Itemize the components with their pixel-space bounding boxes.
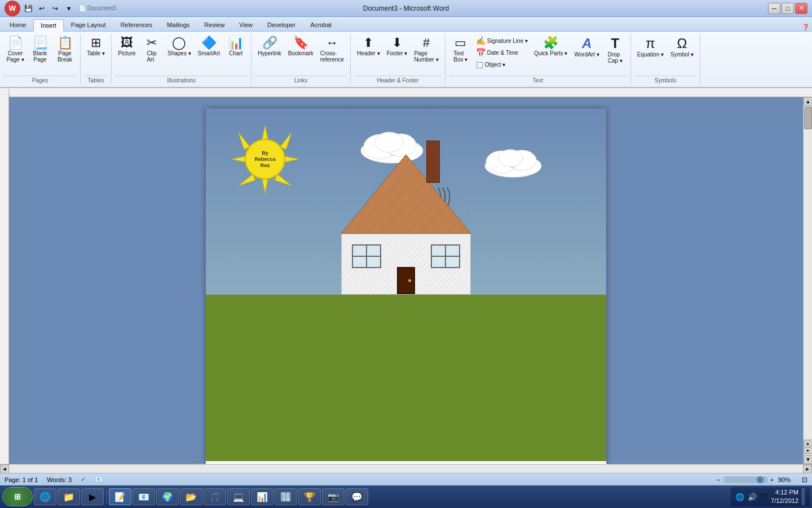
bookmark-button[interactable]: 🔖 Bookmark — [285, 35, 316, 58]
clip-art-label: ClipArt — [147, 50, 156, 63]
zoom-slider[interactable] — [723, 476, 768, 483]
quick-access-toolbar: W 💾 ↩ ↪ ▾ 📄 Document3 — [5, 1, 116, 16]
scroll-track[interactable] — [804, 106, 812, 439]
network-icon[interactable]: 🌐 — [735, 493, 744, 501]
redo-btn[interactable]: ↪ — [50, 3, 61, 14]
footer-button[interactable]: ⬇ Footer ▾ — [384, 35, 411, 58]
system-clock[interactable]: 4:12 PM 7/12/2012 — [771, 488, 798, 506]
cover-page-button[interactable]: 📄 CoverPage ▾ — [3, 35, 27, 64]
tab-page-layout[interactable]: Page Layout — [64, 19, 113, 31]
scroll-down-button[interactable]: ▼ — [804, 455, 812, 464]
tab-view[interactable]: View — [232, 19, 260, 31]
clip-art-button[interactable]: ✂ ClipArt — [140, 35, 164, 64]
start-button[interactable]: ⊞ — [2, 487, 33, 506]
group-header-footer: ⬆ Header ▾ ⬇ Footer ▾ # PageNumber ▾ Hea… — [351, 34, 445, 85]
object-button[interactable]: ⬚ Object ▾ — [474, 59, 530, 70]
taskbar-app2[interactable]: 📷 — [322, 488, 345, 505]
office-button[interactable]: W — [5, 1, 20, 16]
links-content: 🔗 Hyperlink 🔖 Bookmark ↔ Cross-reference — [255, 35, 347, 75]
pages-group-label: Pages — [3, 76, 77, 84]
taskbar-excel[interactable]: 📊 — [251, 488, 273, 505]
zoom-fit-button[interactable]: ⊡ — [802, 476, 807, 484]
shapes-button[interactable]: ◯ Shapes ▾ — [165, 35, 194, 58]
svg-text:Rea: Rea — [261, 163, 271, 168]
taskbar-calc[interactable]: 🔢 — [275, 488, 297, 505]
group-tables: ⊞ Table ▾ Tables — [81, 34, 112, 85]
tab-mailings[interactable]: Mailings — [160, 19, 197, 31]
drop-cap-button[interactable]: T DropCap ▾ — [603, 35, 627, 65]
taskbar-music[interactable]: 🎵 — [204, 488, 226, 505]
header-button[interactable]: ⬆ Header ▾ — [354, 35, 383, 58]
quick-parts-button[interactable]: 🧩 Quick Parts ▾ — [531, 35, 570, 58]
save-btn[interactable]: 💾 — [23, 3, 34, 14]
volume-icon[interactable]: 🔊 — [748, 493, 757, 501]
scroll-up-button[interactable]: ▲ — [804, 97, 812, 106]
zoom-level: 90% — [778, 476, 791, 483]
undo-btn[interactable]: ↩ — [36, 3, 47, 14]
chart-button[interactable]: 📊 Chart — [224, 35, 248, 58]
cross-ref-label: Cross-reference — [320, 50, 344, 63]
clock-date: 7/12/2012 — [771, 497, 798, 505]
customize-btn[interactable]: ▾ — [63, 3, 74, 14]
scroll-right-button[interactable]: ► — [803, 465, 812, 473]
taskbar-media[interactable]: ▶ — [81, 488, 104, 505]
date-time-button[interactable]: 📅 Date & Time — [474, 47, 530, 58]
cross-reference-button[interactable]: ↔ Cross-reference — [317, 35, 347, 64]
zoom-plus[interactable]: + — [770, 476, 774, 483]
hyperlink-button[interactable]: 🔗 Hyperlink — [255, 35, 284, 58]
security-icon[interactable]: 🛡 — [760, 493, 767, 501]
ribbon-help[interactable]: ❓ — [802, 24, 810, 31]
taskbar-chat[interactable]: 💬 — [346, 488, 368, 505]
scroll-next-page[interactable]: ▼ — [804, 447, 813, 454]
tab-review[interactable]: Review — [197, 19, 232, 31]
smartart-button[interactable]: 🔷 SmartArt — [195, 35, 223, 58]
equation-label: Equation ▾ — [637, 51, 664, 58]
h-scroll-track[interactable] — [9, 465, 803, 473]
cover-page-label: CoverPage ▾ — [6, 50, 24, 63]
table-button[interactable]: ⊞ Table ▾ — [84, 35, 108, 58]
hyperlink-icon: 🔗 — [262, 37, 277, 49]
cover-page-icon: 📄 — [8, 37, 23, 49]
zoom-minus[interactable]: − — [717, 476, 720, 483]
tab-insert[interactable]: Insert — [33, 19, 64, 32]
blank-page-button[interactable]: 📃 BlankPage — [28, 35, 52, 64]
tab-developer[interactable]: Developer — [260, 19, 303, 31]
picture-button[interactable]: 🖼 Picture — [115, 35, 139, 58]
page-break-button[interactable]: 📋 PageBreak — [53, 35, 77, 64]
svg-marker-6 — [280, 133, 292, 150]
page-number-button[interactable]: # PageNumber ▾ — [411, 35, 441, 64]
sun-rays-svg: By Rebecca Rea — [228, 122, 302, 196]
tab-acrobat[interactable]: Acrobat — [303, 19, 339, 31]
close-button[interactable]: ✕ — [795, 3, 807, 14]
vertical-scrollbar[interactable]: ▲ ▲ ▼ ▼ — [803, 97, 812, 464]
tab-home[interactable]: Home — [2, 19, 33, 31]
taskbar-system[interactable]: 💻 — [227, 488, 250, 505]
taskbar-word[interactable]: 📝 — [109, 488, 131, 505]
scroll-left-button[interactable]: ◄ — [0, 465, 9, 473]
symbol-button[interactable]: Ω Symbol ▾ — [668, 35, 696, 59]
signature-line-button[interactable]: ✍ Signature Line ▾ — [474, 35, 530, 46]
page-num-label: PageNumber ▾ — [414, 50, 438, 63]
maximize-button[interactable]: □ — [782, 3, 794, 14]
vertical-ruler — [0, 97, 9, 464]
text-box-button[interactable]: ▭ TextBox ▾ — [449, 35, 473, 64]
footer-icon: ⬇ — [392, 37, 402, 49]
envelope-icon-status[interactable]: 📧 — [95, 476, 103, 483]
show-desktop-btn[interactable] — [802, 488, 805, 505]
taskbar-app1[interactable]: 🏆 — [298, 488, 321, 505]
scroll-thumb[interactable] — [804, 107, 812, 129]
taskbar-browser[interactable]: 🌍 — [156, 488, 179, 505]
equation-icon: π — [646, 37, 655, 50]
horizontal-scrollbar[interactable]: ◄ ► — [0, 464, 812, 473]
taskbar-ie[interactable]: 🌐 — [34, 488, 56, 505]
wordart-button[interactable]: A WordArt ▾ — [571, 35, 602, 59]
taskbar-explorer[interactable]: 📁 — [58, 488, 80, 505]
taskbar-file-mgr[interactable]: 📂 — [180, 488, 202, 505]
spell-check[interactable]: ✓ — [81, 476, 86, 483]
svg-marker-4 — [285, 156, 299, 162]
tab-references[interactable]: References — [113, 19, 160, 31]
taskbar-mail[interactable]: 📧 — [133, 488, 155, 505]
minimize-button[interactable]: ─ — [768, 3, 780, 14]
equation-button[interactable]: π Equation ▾ — [634, 35, 667, 59]
scroll-prev-page[interactable]: ▲ — [804, 440, 813, 446]
